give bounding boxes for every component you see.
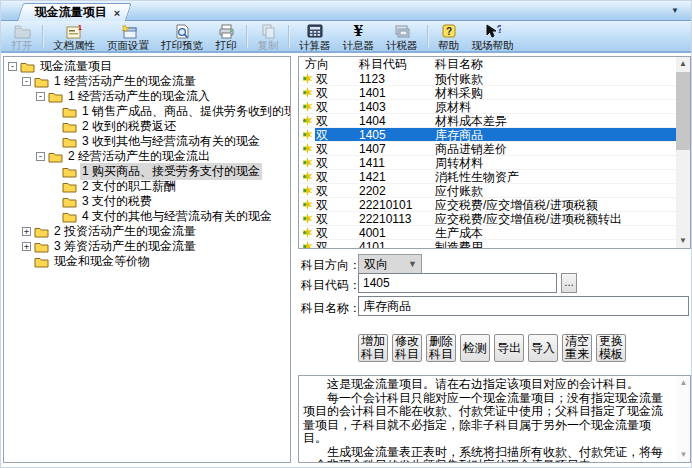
column-header-code[interactable]: 科目代码 xyxy=(359,57,435,72)
folder-icon xyxy=(62,166,77,178)
tree-item[interactable]: 2 收到的税费返还 xyxy=(4,119,290,134)
table-row[interactable]: 双1404材料成本差异 xyxy=(299,114,678,128)
tree-item[interactable]: 3 收到其他与经营流动有关的现金 xyxy=(4,134,290,149)
open-folder-icon xyxy=(14,23,31,39)
tree-item[interactable]: - 1 经营活动产生的现金流入 xyxy=(4,89,290,104)
svg-text:1: 1 xyxy=(78,24,82,31)
collapse-icon[interactable]: - xyxy=(22,77,31,86)
name-input[interactable] xyxy=(358,296,689,316)
add-account-button[interactable]: 增加科目 xyxy=(358,334,388,362)
svg-text:?: ? xyxy=(445,26,451,37)
calculator-button[interactable]: 计算器 xyxy=(293,22,337,51)
cell-name: 商品进销差价 xyxy=(435,142,678,155)
table-row[interactable]: 双22210113应交税费/应交增值税/进项税额转出 xyxy=(299,212,678,226)
help-paragraph: 每一个会计科目只能对应一个现金流量项目；没有指定现金流量项目的会计科目不能在收款… xyxy=(303,392,674,446)
collapse-icon[interactable]: - xyxy=(36,92,45,101)
account-link-icon xyxy=(299,240,315,249)
tab-cash-flow-items[interactable]: 现金流量项目 × xyxy=(17,3,132,21)
export-button[interactable]: 导出 xyxy=(494,334,524,362)
modify-account-button[interactable]: 修改科目 xyxy=(392,334,422,362)
tab-bar: 现金流量项目 × ▼ xyxy=(1,1,692,21)
tab-close-icon[interactable]: × xyxy=(114,7,120,19)
table-row[interactable]: 双1407商品进销差价 xyxy=(299,142,678,156)
clear-restart-button[interactable]: 清空重来 xyxy=(562,334,592,362)
print-preview-button[interactable]: 打印预览 xyxy=(155,22,209,51)
scroll-up-icon[interactable]: ▲ xyxy=(677,377,690,389)
context-help-button[interactable]: ? 现场帮助 xyxy=(466,22,520,51)
print-button[interactable]: 打印 xyxy=(209,22,243,51)
tree-item[interactable]: 1 销售产成品、商品、提供劳务收到的现金 xyxy=(4,104,290,119)
app-window: 现金流量项目 × ▼ 打开 1 文档属性 页面设置 xyxy=(0,0,692,468)
table-row[interactable]: 双2202应付账款 xyxy=(299,184,678,198)
scroll-up-icon[interactable]: ▲ xyxy=(676,57,690,71)
folder-icon xyxy=(62,136,77,148)
scroll-down-icon[interactable]: ▼ xyxy=(676,234,690,248)
table-row[interactable]: 双4101制造费用 xyxy=(299,240,678,249)
folder-icon xyxy=(34,256,49,268)
calculator-icon xyxy=(307,23,323,39)
tab-overflow-icon[interactable]: ▼ xyxy=(671,6,679,15)
cell-name: 原材料 xyxy=(435,100,678,113)
tree-item[interactable]: + 2 投资活动产生的现金流量 xyxy=(4,224,290,239)
expand-icon[interactable]: + xyxy=(22,227,31,236)
help-button[interactable]: ? 帮助 xyxy=(432,22,466,51)
scroll-down-icon[interactable]: ▼ xyxy=(677,449,690,461)
table-row[interactable]: 双1411周转材料 xyxy=(299,156,678,170)
cell-code: 1411 xyxy=(359,156,435,169)
help-paragraph: 生成现金流量表正表时，系统将扫描所有收款、付款凭证，将每一个非现金科目的发生额归… xyxy=(303,446,674,464)
tree-item-root[interactable]: - 现金流量项目 xyxy=(4,59,290,74)
toolbar-separator xyxy=(42,25,44,48)
chevron-down-icon: ▼ xyxy=(408,259,417,269)
check-button[interactable]: 检测 xyxy=(460,334,490,362)
tax-calculator-button[interactable]: 计税器 xyxy=(380,22,424,51)
interest-calculator-button[interactable]: ¥ 计息器 xyxy=(337,22,381,51)
tree-item-selected[interactable]: 1 购买商品、接受劳务支付的现金 xyxy=(4,164,290,179)
folder-icon xyxy=(62,196,77,208)
scrollbar-thumb[interactable] xyxy=(676,72,690,150)
change-template-button[interactable]: 更换模板 xyxy=(596,334,626,362)
cell-code: 1407 xyxy=(359,142,435,155)
tree-item[interactable]: 现金和现金等价物 xyxy=(4,254,290,269)
expand-icon[interactable]: + xyxy=(22,242,31,251)
collapse-icon[interactable]: - xyxy=(8,62,17,71)
cell-direction: 双 xyxy=(315,114,359,127)
page-setup-button[interactable]: 页面设置 xyxy=(101,22,155,51)
import-button[interactable]: 导入 xyxy=(528,334,558,362)
tree-item-label[interactable]: 现金和现金等价物 xyxy=(52,253,152,270)
table-row[interactable]: 双1123预付账款 xyxy=(299,72,678,86)
cell-direction: 双 xyxy=(315,212,359,225)
delete-account-button[interactable]: 删除科目 xyxy=(426,334,456,362)
copy-button[interactable]: 复制 xyxy=(251,22,285,51)
collapse-icon[interactable]: - xyxy=(36,152,45,161)
copy-icon xyxy=(261,23,276,39)
tree-item[interactable]: + 3 筹资活动产生的现金流量 xyxy=(4,239,290,254)
open-button[interactable]: 打开 xyxy=(5,22,39,51)
table-scrollbar[interactable]: ▲ ▼ xyxy=(676,57,690,248)
table-row[interactable]: 双1421消耗性生物资产 xyxy=(299,170,678,184)
account-link-icon xyxy=(299,156,315,169)
table-row-selected[interactable]: 双1405库存商品 xyxy=(299,128,678,142)
code-input[interactable] xyxy=(358,273,557,293)
cell-code: 1403 xyxy=(359,100,435,113)
tree-item[interactable]: - 2 经营活动产生的现金流出 xyxy=(4,149,290,164)
page-setup-label: 页面设置 xyxy=(107,39,149,51)
table-row[interactable]: 双1403原材料 xyxy=(299,100,678,114)
tree-item[interactable]: - 1 经营活动产生的现金流量 xyxy=(4,74,290,89)
document-properties-button[interactable]: 1 文档属性 xyxy=(47,22,101,51)
code-field-label: 科目代码： xyxy=(301,277,361,294)
cell-name: 生产成本 xyxy=(435,226,678,239)
column-header-name[interactable]: 科目名称 xyxy=(435,57,678,72)
tree-item[interactable]: 4 支付的其他与经营流动有关的现金 xyxy=(4,209,290,224)
tree-item[interactable]: 3 支付的税费 xyxy=(4,194,290,209)
table-row[interactable]: 双1401材料采购 xyxy=(299,86,678,100)
table-row[interactable]: 双4001生产成本 xyxy=(299,226,678,240)
help-scrollbar[interactable]: ▲ ▼ xyxy=(677,376,690,462)
tax-calculator-icon xyxy=(394,23,410,39)
column-header-direction[interactable]: 方向 xyxy=(299,57,359,72)
direction-select[interactable]: 双向 ▼ xyxy=(358,254,422,274)
tree-item[interactable]: 2 支付的职工薪酬 xyxy=(4,179,290,194)
cell-direction: 双 xyxy=(315,170,359,183)
cell-name: 材料采购 xyxy=(435,86,678,99)
table-row[interactable]: 双22210101应交税费/应交增值税/进项税额 xyxy=(299,198,678,212)
browse-accounts-button[interactable]: … xyxy=(561,273,577,293)
